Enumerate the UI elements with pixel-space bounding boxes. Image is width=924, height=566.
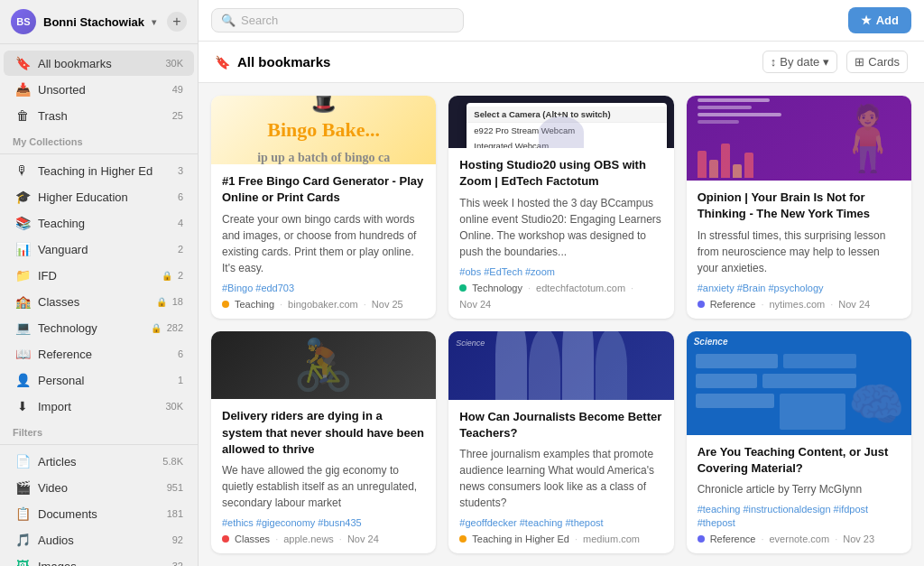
card-title: Are You Teaching Content, or Just Coveri…	[698, 444, 901, 477]
sidebar-item-import[interactable]: ⬇ Import 30K	[4, 394, 194, 419]
search-box[interactable]: 🔍	[211, 8, 464, 32]
books-icon: 📚	[14, 215, 31, 231]
table-row[interactable]: Science How Can Journalists Become Bette…	[448, 331, 673, 554]
card-tag[interactable]: #busn435	[318, 517, 361, 528]
audio-icon: 🎵	[14, 532, 31, 548]
card-collection: Teaching in Higher Ed	[472, 534, 569, 544]
collection-dot	[459, 535, 467, 543]
sidebar-item-documents[interactable]: 📋 Documents 181	[4, 501, 194, 526]
sidebar-item-teaching-higher-ed[interactable]: 🎙 Teaching in Higher Ed 3	[4, 158, 194, 183]
sidebar-item-count: 1	[178, 375, 183, 385]
page-title: All bookmarks	[237, 54, 762, 70]
card-tag[interactable]: #teaching	[520, 517, 563, 528]
school-icon: 🏫	[14, 293, 31, 310]
separator: ·	[528, 283, 531, 293]
sidebar-item-images[interactable]: 🖼 Images 32	[4, 553, 194, 566]
sidebar-item-trash[interactable]: 🗑 Trash 25	[4, 103, 194, 128]
card-collection: Reference	[710, 299, 756, 310]
card-tag[interactable]: #gigeconomy	[256, 517, 315, 528]
card-tag[interactable]: #Bingo	[222, 283, 253, 293]
table-row[interactable]: 🧍 Opinion | Your Brain Is Not for Thinki…	[687, 96, 911, 319]
card-tag[interactable]: #instructionaldesign	[743, 504, 830, 515]
sidebar-item-personal[interactable]: 👤 Personal 1	[4, 367, 194, 393]
card-meta: Teaching in Higher Ed · medium.com	[459, 534, 662, 544]
sidebar-item-reference[interactable]: 📖 Reference 6	[4, 341, 194, 367]
podcast-icon: 🎙	[14, 162, 31, 179]
user-menu[interactable]: BS Bonni Stachowiak ▾	[11, 9, 156, 34]
book-icon: 📖	[14, 346, 31, 362]
card-title: Opinion | Your Brain Is Not for Thinking…	[698, 190, 901, 222]
card-source: nytimes.com	[769, 299, 825, 310]
card-source: bingobaker.com	[288, 299, 358, 310]
sidebar-item-label: Unsorted	[38, 83, 169, 97]
separator: ·	[339, 534, 342, 544]
sidebar-item-classes[interactable]: 🏫 Classes 🔒 18	[4, 289, 194, 314]
sort-button[interactable]: ↕ By date ▾	[762, 51, 838, 73]
view-toggle-button[interactable]: ⊞ Cards	[846, 51, 908, 73]
sidebar-item-count: 49	[172, 84, 183, 95]
card-tag[interactable]: #thepost	[565, 517, 603, 528]
card-source: edtechfactotum.com	[536, 283, 625, 293]
card-meta: Classes · apple.news · Nov 24	[222, 534, 425, 544]
card-tag[interactable]: #obs	[459, 266, 481, 277]
sidebar-item-teaching[interactable]: 📚 Teaching 4	[4, 210, 194, 236]
table-row[interactable]: Science 🧠 Are You Teaching Content, or J…	[687, 331, 911, 554]
card-tag[interactable]: #EdTech	[484, 266, 522, 277]
new-collection-button[interactable]: +	[167, 12, 187, 32]
sidebar-item-unsorted[interactable]: 📥 Unsorted 49	[4, 77, 194, 102]
sidebar-item-count: 92	[172, 534, 183, 545]
card-tag[interactable]: #anxiety	[698, 283, 735, 293]
sidebar-item-count: 6	[178, 348, 183, 359]
sidebar-item-label: Personal	[38, 374, 174, 387]
sidebar-item-ifd[interactable]: 📁 IFD 🔒 2	[4, 263, 194, 288]
card-title: Delivery riders are dying in a system th…	[222, 408, 425, 458]
card-tag[interactable]: #ethics	[222, 517, 254, 528]
sidebar-item-all-bookmarks[interactable]: 🔖 All bookmarks 30K	[4, 51, 194, 76]
sidebar-item-audios[interactable]: 🎵 Audios 92	[4, 527, 194, 552]
card-body: How Can Journalists Become Better Teache…	[448, 400, 673, 553]
table-row[interactable]: Select a Camera (Alt+N to switch) e922 P…	[448, 96, 673, 319]
card-tags: #obs #EdTech #zoom	[459, 266, 662, 277]
table-row[interactable]: 🎩Bingo Bake...ip up a batch of bingo ca …	[211, 96, 436, 319]
card-tag[interactable]: #edd703	[255, 283, 294, 293]
collection-dot	[222, 301, 229, 308]
sidebar-item-label: Documents	[38, 507, 163, 521]
sidebar-item-label: Video	[38, 481, 163, 495]
sidebar-item-higher-education[interactable]: 🎓 Higher Education 6	[4, 184, 194, 209]
card-description: Chronicle article by Terry McGlynn	[698, 481, 901, 497]
card-meta: Reference · nytimes.com · Nov 24	[698, 299, 901, 310]
card-tag[interactable]: #geoffdecker	[459, 517, 516, 528]
view-controls: ↕ By date ▾ ⊞ Cards	[762, 51, 908, 73]
card-tag[interactable]: #zoom	[525, 266, 555, 277]
figure-silhouette: 🧍	[828, 107, 907, 170]
card-image: Select a Camera (Alt+N to switch) e922 P…	[448, 96, 673, 148]
sidebar-item-count: 18	[172, 296, 183, 307]
sidebar-item-count: 30K	[165, 401, 183, 412]
sidebar-item-vanguard[interactable]: 📊 Vanguard 2	[4, 237, 194, 262]
search-icon: 🔍	[221, 14, 236, 27]
card-tag[interactable]: #Brain	[737, 283, 766, 293]
card-tag[interactable]: #ifdpost	[834, 504, 869, 515]
sidebar: BS Bonni Stachowiak ▾ + 🔖 All bookmarks …	[0, 0, 199, 566]
card-tag[interactable]: #teaching	[698, 504, 741, 515]
sidebar-item-count: 181	[167, 508, 183, 519]
sidebar-item-technology[interactable]: 💻 Technology 🔒 282	[4, 315, 194, 340]
card-description: In stressful times, this surprising less…	[698, 227, 901, 276]
card-image: 🎩Bingo Bake...ip up a batch of bingo ca	[211, 96, 436, 164]
add-button[interactable]: ★ Add	[848, 7, 911, 33]
separator: ·	[761, 534, 763, 544]
card-tag[interactable]: #psychology	[768, 283, 823, 293]
card-title: #1 Free Bingo Card Generator - Play Onli…	[222, 173, 425, 206]
sidebar-item-count: 25	[172, 110, 183, 121]
card-tag[interactable]: #thepost	[698, 517, 735, 528]
collection-dot	[222, 535, 229, 543]
document-icon: 📋	[14, 506, 31, 522]
table-row[interactable]: 🚴 Delivery riders are dying in a system …	[211, 331, 436, 554]
sidebar-item-label: Technology	[38, 321, 151, 335]
person-shape	[539, 116, 584, 148]
collection-dot	[698, 535, 705, 543]
separator: ·	[364, 299, 366, 310]
sidebar-item-video[interactable]: 🎬 Video 951	[4, 475, 194, 500]
sidebar-item-articles[interactable]: 📄 Articles 5.8K	[4, 449, 194, 474]
search-input[interactable]	[241, 14, 454, 27]
